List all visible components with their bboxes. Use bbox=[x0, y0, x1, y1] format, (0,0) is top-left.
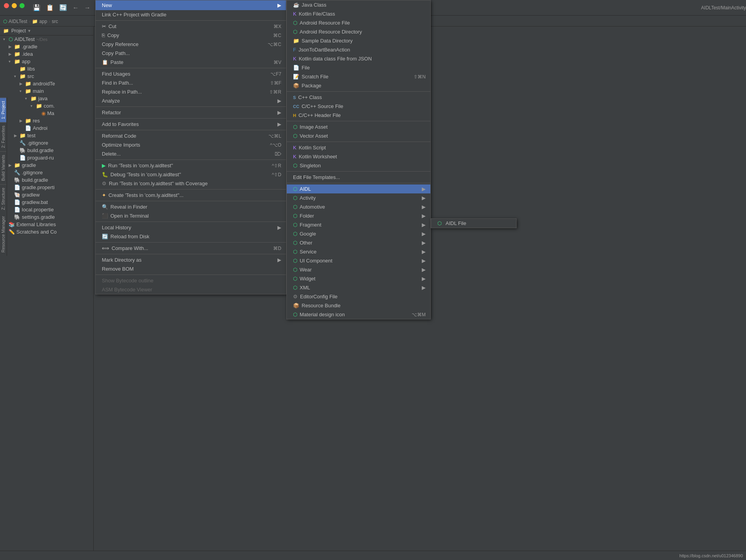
submenu-new-json-to-dart[interactable]: F JsonToDartBeanAction bbox=[287, 45, 430, 54]
submenu-new-kotlin-script[interactable]: K Kotlin Script bbox=[287, 143, 430, 152]
tree-item-scratches[interactable]: ▶ ✏️ Scratches and Co bbox=[0, 228, 93, 236]
submenu-new-automotive[interactable]: ⬡ Automotive ▶ bbox=[287, 202, 430, 211]
submenu-new-xml[interactable]: ⬡ XML ▶ bbox=[287, 283, 430, 292]
tree-item-gradle-props[interactable]: 📄 gradle.properti bbox=[0, 184, 93, 191]
submenu-new-cpp-source[interactable]: CC C/C++ Source File bbox=[287, 102, 430, 111]
tree-item-gradlew-bat[interactable]: 📄 gradlew.bat bbox=[0, 198, 93, 206]
menu-item-run-with-coverage[interactable]: ⚙ Run 'Tests in 'com.ly.aidltest'' with … bbox=[96, 179, 286, 188]
menu-item-link-cpp[interactable]: Link C++ Project with Gradle bbox=[96, 10, 286, 19]
tree-item-build-gradle-root[interactable]: 🐘 build.gradle bbox=[0, 176, 93, 184]
breadcrumb-project[interactable]: AIDLTest bbox=[9, 19, 27, 24]
tree-item-com[interactable]: ▾ 📁 com. bbox=[0, 102, 93, 110]
menu-item-create-tests[interactable]: ✦ Create 'Tests in 'com.ly.aidltest''... bbox=[96, 191, 286, 200]
menu-item-debug-tests[interactable]: 🐛 Debug 'Tests in 'com.ly.aidltest'' ^⇧D bbox=[96, 170, 286, 179]
submenu-new-cpp-header[interactable]: H C/C++ Header File bbox=[287, 111, 430, 120]
tree-item-test[interactable]: ▶ 📁 test bbox=[0, 132, 93, 139]
tree-item-aidltest[interactable]: ▾ ⬡ AIDLTest ~/Des bbox=[0, 35, 93, 43]
menu-item-run-tests[interactable]: ▶ Run 'Tests in 'com.ly.aidltest'' ^⇧R bbox=[96, 161, 286, 170]
tree-item-src[interactable]: ▾ 📁 src bbox=[0, 73, 93, 80]
minimize-button[interactable] bbox=[12, 3, 17, 8]
submenu-new-google[interactable]: ⬡ Google ▶ bbox=[287, 229, 430, 238]
menu-item-find-in-path[interactable]: Find in Path... ⇧⌘F bbox=[96, 78, 286, 87]
submenu-new-fragment[interactable]: ⬡ Fragment ▶ bbox=[287, 220, 430, 229]
tree-item-androidte[interactable]: ▶ 📁 androidTe bbox=[0, 80, 93, 87]
submenu-new-wear[interactable]: ⬡ Wear ▶ bbox=[287, 265, 430, 274]
menu-item-remove-bom[interactable]: Remove BOM bbox=[96, 264, 286, 273]
menu-item-copy-path[interactable]: Copy Path... bbox=[96, 49, 286, 58]
tree-item-java[interactable]: ▾ 📁 java bbox=[0, 95, 93, 102]
tree-item-settings-gradle[interactable]: 🐘 settings.gradle bbox=[0, 213, 93, 221]
copy-icon[interactable]: 📋 bbox=[44, 3, 55, 12]
tab-build-variants[interactable]: Build Variants bbox=[0, 151, 6, 184]
submenu-new-sample-data-dir[interactable]: 📁 Sample Data Directory bbox=[287, 36, 430, 45]
tree-item-res[interactable]: ▶ 📁 res bbox=[0, 117, 93, 124]
tree-item-gradle[interactable]: ▶ 📁 .gradle bbox=[0, 43, 93, 50]
back-icon[interactable]: ← bbox=[71, 4, 80, 12]
submenu-new-android-resource-file[interactable]: ⬡ Android Resource File bbox=[287, 18, 430, 27]
tree-item-idea[interactable]: ▶ 📁 .idea bbox=[0, 50, 93, 58]
menu-item-mark-directory[interactable]: Mark Directory as ▶ bbox=[96, 255, 286, 264]
forward-icon[interactable]: → bbox=[83, 4, 92, 12]
menu-item-copy-reference[interactable]: Copy Reference ⌥⌘C bbox=[96, 40, 286, 49]
close-button[interactable] bbox=[4, 3, 9, 8]
submenu-new-editorconfig[interactable]: ⚙ EditorConfig File bbox=[287, 292, 430, 301]
tab-structure[interactable]: Z: Structure bbox=[0, 184, 6, 213]
tab-favorites[interactable]: 2: Favorites bbox=[0, 122, 6, 151]
submenu-new-kotlin-worksheet[interactable]: K Kotlin Worksheet bbox=[287, 152, 430, 161]
breadcrumb-folder[interactable]: 📁 bbox=[32, 19, 38, 24]
submenu-new-material-icon[interactable]: ⬡ Material design icon ⌥⌘M bbox=[287, 310, 430, 319]
menu-item-copy[interactable]: ⎘ Copy ⌘C bbox=[96, 31, 286, 40]
tree-item-gradle-folder[interactable]: ▶ 📁 gradle bbox=[0, 161, 93, 169]
menu-item-local-history[interactable]: Local History ▶ bbox=[96, 223, 286, 232]
tab-project[interactable]: 1: Project bbox=[0, 97, 6, 122]
menu-item-delete[interactable]: Delete... ⌦ bbox=[96, 149, 286, 158]
submenu-new-file[interactable]: 📄 File bbox=[287, 63, 430, 72]
panel-dropdown-icon[interactable]: ▾ bbox=[28, 28, 30, 34]
tree-item-local-props[interactable]: 📄 local.propertie bbox=[0, 206, 93, 213]
breadcrumb-app[interactable]: app bbox=[39, 19, 47, 24]
tree-item-build-gradle-app[interactable]: 🐘 build.gradle bbox=[0, 147, 93, 154]
tree-item-android-xml[interactable]: 📄 Androi bbox=[0, 124, 93, 132]
submenu-new-ui-component[interactable]: ⬡ UI Component ▶ bbox=[287, 256, 430, 265]
submenu-new-vector-asset[interactable]: ⬡ Vector Asset bbox=[287, 131, 430, 140]
tree-item-gradlew[interactable]: 🐚 gradlew bbox=[0, 191, 93, 198]
submenu-new-scratch-file[interactable]: 📝 Scratch File ⇧⌘N bbox=[287, 72, 430, 81]
menu-item-analyze[interactable]: Analyze ▶ bbox=[96, 96, 286, 105]
submenu-new-android-resource-dir[interactable]: ⬡ Android Resource Directory bbox=[287, 27, 430, 36]
maximize-button[interactable] bbox=[20, 3, 25, 8]
menu-item-cut[interactable]: ✂ Cut ⌘X bbox=[96, 22, 286, 31]
tree-item-main[interactable]: ▾ 📁 main bbox=[0, 87, 93, 95]
menu-item-reload-from-disk[interactable]: 🔄 Reload from Disk bbox=[96, 232, 286, 241]
submenu-new-kotlin-file[interactable]: K Kotlin File/Class bbox=[287, 9, 430, 18]
menu-item-paste[interactable]: 📋 Paste ⌘V bbox=[96, 58, 286, 67]
menu-item-optimize-imports[interactable]: Optimize Imports ^⌥O bbox=[96, 140, 286, 149]
menu-item-compare-with[interactable]: ⟺ Compare With... ⌘D bbox=[96, 244, 286, 253]
submenu-new-java-class[interactable]: ☕ Java Class bbox=[287, 0, 430, 9]
tree-item-libs[interactable]: 📁 libs bbox=[0, 65, 93, 73]
submenu-new-widget[interactable]: ⬡ Widget ▶ bbox=[287, 274, 430, 283]
submenu-new-aidl[interactable]: ⬡ AIDL ▶ bbox=[287, 184, 430, 193]
tree-item-proguard[interactable]: 📄 proguard-ru bbox=[0, 154, 93, 161]
refresh-icon[interactable]: 🔄 bbox=[58, 3, 69, 12]
menu-item-open-in-terminal[interactable]: ⬛ Open in Terminal bbox=[96, 211, 286, 220]
tree-item-gitignore-root[interactable]: 🔧 .gitignore bbox=[0, 169, 93, 176]
submenu-new-kotlin-data-class[interactable]: K Kotlin data class File from JSON bbox=[287, 54, 430, 63]
submenu-new-service[interactable]: ⬡ Service ▶ bbox=[287, 247, 430, 256]
breadcrumb-src[interactable]: src bbox=[52, 19, 58, 24]
tab-resource-manager[interactable]: Resource Manager bbox=[0, 213, 6, 256]
submenu-new-image-asset[interactable]: ⬡ Image Asset bbox=[287, 122, 430, 131]
submenu-new-cpp-class[interactable]: S C++ Class bbox=[287, 93, 430, 102]
submenu-new-package[interactable]: 📦 Package bbox=[287, 81, 430, 90]
tree-item-ma[interactable]: ◉ Ma bbox=[0, 110, 93, 117]
tree-item-gitignore-app[interactable]: 🔧 .gitignore bbox=[0, 139, 93, 147]
menu-item-find-usages[interactable]: Find Usages ⌥F7 bbox=[96, 69, 286, 78]
tree-item-external-libs[interactable]: ▶ 📚 External Libraries bbox=[0, 221, 93, 228]
save-icon[interactable]: 💾 bbox=[31, 3, 42, 12]
submenu-new-activity[interactable]: ⬡ Activity ▶ bbox=[287, 193, 430, 202]
submenu-new-singleton[interactable]: ⬡ Singleton bbox=[287, 161, 430, 170]
menu-item-add-to-favorites[interactable]: Add to Favorites ▶ bbox=[96, 120, 286, 129]
submenu-aidl-file[interactable]: ⬡ AIDL File bbox=[431, 219, 516, 228]
submenu-new-folder[interactable]: ⬡ Folder ▶ bbox=[287, 211, 430, 220]
menu-item-new[interactable]: New ▶ bbox=[96, 0, 286, 10]
submenu-new-resource-bundle[interactable]: 📦 Resource Bundle bbox=[287, 301, 430, 310]
